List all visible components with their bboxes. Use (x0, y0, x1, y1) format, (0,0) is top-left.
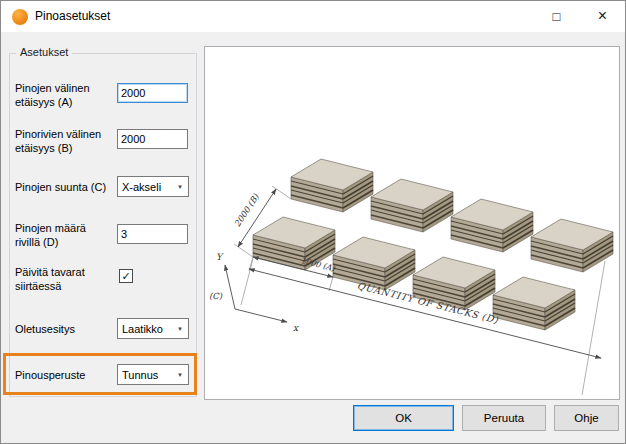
axis-label-y: Y (216, 252, 224, 262)
label-row-distance-b: Pinorivien välinen etäisyys (B) (15, 127, 114, 156)
help-button[interactable]: Ohje (554, 405, 619, 431)
cancel-button[interactable]: Peruuta (462, 405, 546, 431)
label-stacking-basis: Pinousperuste (15, 368, 85, 382)
titlebar: Pinoasetukset □ × (1, 1, 625, 32)
input-row-distance-b[interactable] (117, 129, 188, 149)
checkbox-update-items[interactable]: ✓ (119, 269, 133, 283)
label-stack-direction-c: Pinojen suunta (C) (15, 180, 106, 194)
label-stacks-per-row-d: Pinojen määrä rivillä (D) (15, 221, 114, 250)
ok-button[interactable]: OK (353, 405, 454, 431)
label-update-items: Päivitä tavarat siirtäessä (15, 265, 114, 294)
axis-label-c: (C) (209, 291, 223, 301)
select-stacking-basis[interactable]: Tunnus ▾ (117, 364, 189, 385)
axis-label-x: x (293, 323, 299, 333)
settings-groupbox-legend: Asetukset (16, 46, 72, 58)
chevron-down-icon: ▾ (172, 183, 188, 191)
select-stack-direction-c[interactable]: X-akseli ▾ (117, 176, 189, 197)
stack-settings-dialog: Pinoasetukset □ × Asetukset Pinojen väli… (0, 0, 626, 444)
select-default-representation[interactable]: Laatikko ▾ (117, 318, 189, 339)
dim-label-b: 2000 (B) (232, 191, 261, 228)
checkmark-icon: ✓ (121, 271, 130, 282)
select-stack-direction-value: X-akseli (118, 181, 172, 193)
maximize-button[interactable]: □ (534, 1, 579, 31)
chevron-down-icon: ▾ (172, 325, 188, 333)
stack-diagram: 2000 (B) 1000 (A) QUANTITY OF STACKS (D) (205, 47, 619, 399)
diagram-panel: 2000 (B) 1000 (A) QUANTITY OF STACKS (D) (204, 46, 620, 400)
chevron-down-icon: ▾ (172, 371, 188, 379)
select-default-representation-value: Laatikko (118, 323, 172, 335)
input-stack-distance-a[interactable] (117, 83, 188, 103)
window-title: Pinoasetukset (35, 9, 110, 23)
label-stack-distance-a: Pinojen välinen etäisyys (A) (15, 81, 114, 110)
input-stacks-per-row-d[interactable] (117, 224, 188, 244)
label-default-representation: Oletusesitys (15, 322, 75, 336)
close-button[interactable]: × (580, 1, 625, 31)
app-icon (12, 9, 28, 25)
select-stacking-basis-value: Tunnus (118, 369, 172, 381)
